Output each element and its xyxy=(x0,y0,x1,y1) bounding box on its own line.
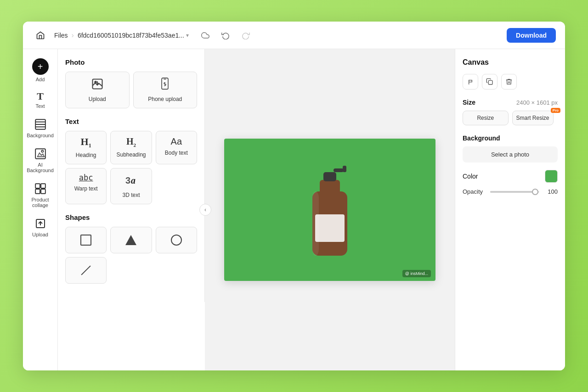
shapes-section-title: Shapes xyxy=(65,213,197,221)
filename-label[interactable]: 6fdcd160051019bc18f73b4fe53ae1... ▾ xyxy=(78,32,189,39)
svg-rect-23 xyxy=(312,191,319,256)
opacity-thumb xyxy=(532,189,538,195)
svg-rect-22 xyxy=(315,214,345,242)
3d-text-item[interactable]: 3 a 3D text xyxy=(110,168,152,204)
svg-rect-9 xyxy=(41,189,45,194)
cloud-icon[interactable] xyxy=(198,28,213,43)
svg-point-12 xyxy=(95,81,96,83)
upload-photo-item[interactable]: Upload xyxy=(65,72,130,108)
sidebar-item-label-add: Add xyxy=(36,77,45,82)
collapse-panel-button[interactable]: ‹ xyxy=(199,204,211,216)
text-icon: T xyxy=(37,91,44,101)
svg-rect-21 xyxy=(343,166,346,172)
opacity-slider[interactable] xyxy=(490,191,539,193)
phone-upload-item[interactable]: Phone upload xyxy=(133,72,198,108)
shapes-grid xyxy=(65,227,197,284)
sidebar-item-ai-background[interactable]: AI Background xyxy=(26,144,55,177)
delete-button[interactable] xyxy=(501,74,517,90)
triangle-shape-icon xyxy=(125,233,136,247)
select-photo-button[interactable]: Select a photo xyxy=(463,146,558,162)
triangle-shape-item[interactable] xyxy=(110,227,152,253)
files-link[interactable]: Files xyxy=(54,32,68,39)
sidebar-item-product-collage[interactable]: Product collage xyxy=(26,179,55,212)
icon-sidebar: + Add T Text Background xyxy=(23,49,58,370)
square-shape-item[interactable] xyxy=(65,227,107,253)
photo-section-title: Photo xyxy=(65,58,197,66)
download-button[interactable]: Download xyxy=(507,28,556,43)
undo-icon[interactable] xyxy=(218,28,233,43)
heading-item[interactable]: H1 Heading xyxy=(65,131,107,164)
sidebar-item-label-product-collage: Product collage xyxy=(29,197,52,208)
line-shape-item[interactable] xyxy=(65,257,107,284)
app-window: Files › 6fdcd160051019bc18f73b4fe53ae1..… xyxy=(23,22,565,370)
heading-icon: H1 xyxy=(81,137,91,148)
background-section-title: Background xyxy=(463,134,558,142)
phone-upload-label: Phone upload xyxy=(148,96,182,102)
opacity-slider-fill xyxy=(490,191,534,193)
subheading-label: Subheading xyxy=(116,151,146,158)
opacity-row: Opacity 100 xyxy=(463,188,558,195)
background-icon xyxy=(34,118,47,131)
sidebar-item-label-text: Text xyxy=(35,103,45,109)
svg-rect-24 xyxy=(488,80,492,84)
format-painter-button[interactable] xyxy=(463,74,478,90)
sidebar-item-background[interactable]: Background xyxy=(26,114,55,142)
sidebar-item-add[interactable]: + Add xyxy=(26,55,55,86)
size-value: 2400 × 1601 px xyxy=(516,99,558,106)
color-swatch[interactable] xyxy=(545,170,558,183)
svg-point-5 xyxy=(41,150,43,152)
text-section: Text H1 Heading H2 Subheading Aa Body te xyxy=(65,118,197,204)
sidebar-item-label-background: Background xyxy=(27,133,54,138)
canvas-watermark: @ insMind... xyxy=(402,270,431,277)
svg-rect-20 xyxy=(334,168,344,172)
canvas-panel-title: Canvas xyxy=(463,58,558,67)
body-text-item[interactable]: Aa Body text xyxy=(156,131,197,164)
svg-rect-7 xyxy=(41,184,45,188)
ai-background-icon xyxy=(34,147,47,160)
shapes-section: Shapes xyxy=(65,213,197,284)
color-label: Color xyxy=(463,173,478,180)
upload-photo-label: Upload xyxy=(89,96,106,102)
sidebar-item-label-upload: Upload xyxy=(32,232,48,237)
smart-resize-button[interactable]: Smart Resize xyxy=(512,111,554,125)
right-panel: Canvas xyxy=(455,49,565,370)
circle-shape-icon xyxy=(171,233,182,247)
text-section-title: Text xyxy=(65,118,197,125)
opacity-label: Opacity xyxy=(463,188,486,195)
photo-grid: Upload Phone upload xyxy=(65,72,197,108)
header: Files › 6fdcd160051019bc18f73b4fe53ae1..… xyxy=(23,22,565,49)
sidebar-item-text[interactable]: T Text xyxy=(26,88,55,112)
canvas-surface[interactable]: @ insMind... xyxy=(224,139,435,281)
product-image xyxy=(293,155,367,265)
chevron-down-icon: ▾ xyxy=(186,32,189,39)
main-layout: + Add T Text Background xyxy=(23,49,565,370)
add-icon: + xyxy=(32,58,49,75)
canvas-area: @ insMind... xyxy=(205,49,455,370)
body-text-icon: Aa xyxy=(171,137,182,146)
text-grid: H1 Heading H2 Subheading Aa Body text xyxy=(65,131,197,204)
duplicate-button[interactable] xyxy=(482,74,498,90)
size-label: Size xyxy=(463,99,475,106)
upload-photo-icon xyxy=(91,78,104,92)
color-row: Color xyxy=(463,170,558,183)
phone-upload-icon xyxy=(159,78,170,92)
canvas-action-buttons xyxy=(463,74,558,90)
square-shape-icon xyxy=(80,233,91,247)
photo-section: Photo Upload xyxy=(65,58,197,108)
product-collage-icon xyxy=(34,182,47,195)
sidebar-item-upload[interactable]: Upload xyxy=(26,213,55,241)
circle-shape-item[interactable] xyxy=(156,227,197,253)
upload-sidebar-icon xyxy=(34,217,47,230)
opacity-value: 100 xyxy=(544,188,558,195)
svg-text:a: a xyxy=(131,175,136,185)
svg-rect-8 xyxy=(35,189,40,194)
warp-text-item[interactable]: abc Warp text xyxy=(65,168,107,204)
resize-button[interactable]: Resize xyxy=(463,111,509,125)
home-button[interactable] xyxy=(32,27,49,44)
heading-label: Heading xyxy=(76,152,96,158)
sidebar-item-label-ai-background: AI Background xyxy=(27,162,54,173)
subheading-item[interactable]: H2 Subheading xyxy=(110,131,152,164)
line-shape-icon xyxy=(79,263,92,278)
redo-icon[interactable] xyxy=(238,28,253,43)
size-row: Size 2400 × 1601 px xyxy=(463,99,558,106)
